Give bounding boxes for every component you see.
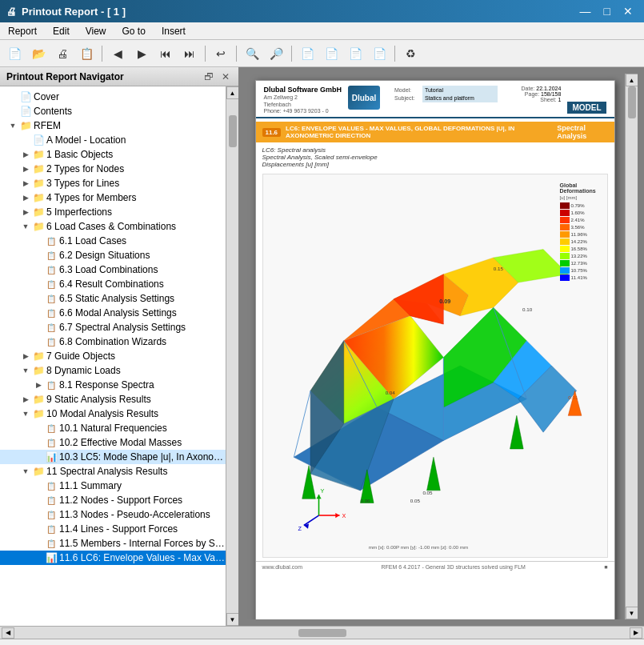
tree-item-cover[interactable]: 📄 Cover [0,90,226,104]
menu-report[interactable]: Report [0,22,45,39]
navigator-scrollbar[interactable]: ▲ ▼ [226,86,238,626]
legend-color-6 [560,246,570,252]
legend-row-9: 10.75% [560,267,604,274]
zoom-out-button[interactable]: 🔎 [265,43,287,64]
legend-unit: [u] [mm] [560,195,604,200]
page-icon-6-4: 📋 [45,278,58,290]
content-area[interactable]: Dlubal Software GmbH Am Zellweg 2Tiefenb… [240,67,644,626]
tree-item-10-2[interactable]: 📋 10.2 Effective Modal Masses [0,435,226,450]
menu-view[interactable]: View [78,22,114,39]
tree-item-6-3[interactable]: 📋 6.3 Load Combinations [0,262,226,277]
tree-item-10-3[interactable]: 📊 10.3 LC5: Mode Shape |u|, In Axonometr… [0,450,226,464]
label-types-nodes: 2 Types for Nodes [45,163,124,174]
tree-item-a-model[interactable]: 📄 A Model - Location [0,133,226,147]
tree-item-8-1[interactable]: ▶ 📋 8.1 Response Spectra [0,378,226,392]
tree-item-10-1[interactable]: 📋 10.1 Natural Frequencies [0,421,226,435]
tree-item-basic-objects[interactable]: ▶ 📁 1 Basic Objects [0,147,226,162]
scroll-thumb[interactable] [229,115,237,147]
label-cover: Cover [32,91,59,102]
page-btn-2[interactable]: 📄 [320,43,342,64]
nav-close-button[interactable]: ✕ [219,71,232,82]
right-scroll-thumb[interactable] [628,86,636,118]
chart-title: LC6: Spectral analysis [262,146,608,154]
tree-item-rfem[interactable]: ▼ 📁 RFEM [0,118,226,133]
tree-item-6-1[interactable]: 📋 6.1 Load Cases [0,234,226,248]
last-button[interactable]: ⏭ [178,43,201,64]
nav-restore-button[interactable]: 🗗 [202,71,216,82]
page-btn-1[interactable]: 📄 [296,43,318,64]
scroll-up-arrow[interactable]: ▲ [226,86,239,99]
tree-item-modal-results[interactable]: ▼ 📁 10 Modal Analysis Results [0,407,226,421]
tree-item-11-5[interactable]: 📋 11.5 Members - Internal Forces by Sect… [0,536,226,551]
tree-item-11-1[interactable]: 📋 11.1 Summary [0,479,226,493]
horizontal-scrollbar[interactable]: ◀ ▶ [0,626,644,639]
tree-item-dynamic-loads[interactable]: ▼ 📁 8 Dynamic Loads [0,363,226,378]
tree-item-11-3[interactable]: 📋 11.3 Nodes - Pseudo-Accelerations [0,507,226,522]
legend-color-10 [560,274,570,281]
tree-item-types-lines[interactable]: ▶ 📁 3 Types for Lines [0,176,226,190]
label-a-model: A Model - Location [45,134,126,146]
scroll-down-arrow[interactable]: ▼ [226,613,239,626]
tree-item-6-8[interactable]: 📋 6.8 Combination Wizards [0,335,226,349]
document-scroll-area[interactable]: Dlubal Software GmbH Am Zellweg 2Tiefenb… [246,74,623,619]
legend-val-3: 3.56% [571,225,585,230]
right-scroll-up[interactable]: ▲ [626,74,638,86]
tree-item-static-results[interactable]: ▶ 📁 9 Static Analysis Results [0,392,226,407]
back-button[interactable]: ↩ [210,43,232,64]
open-button[interactable]: 📂 [27,43,50,64]
refresh-button[interactable]: ♻ [399,43,422,64]
page-btn-3[interactable]: 📄 [344,43,366,64]
page-btn-4[interactable]: 📄 [368,43,390,64]
expand-contents [6,105,19,118]
first-button[interactable]: ⏮ [154,43,177,64]
tree-item-11-2[interactable]: 📋 11.2 Nodes - Support Forces [0,493,226,507]
folder-icon-basic-objects: 📁 [32,148,45,161]
menu-edit[interactable]: Edit [45,22,78,39]
next-button[interactable]: ▶ [130,43,153,64]
legend-row-1: 1.60% [560,210,604,216]
legend-row-7: 13.22% [560,253,604,259]
tree-item-11-6[interactable]: 📊 11.6 LC6: Envelope Values - Max Values… [0,551,226,565]
page-icon-10-3: 📊 [45,451,58,463]
separator-2 [205,46,206,62]
menu-goto[interactable]: Go to [114,22,154,39]
h-scroll-right[interactable]: ▶ [630,627,642,639]
page-icon-11-4: 📋 [45,523,58,535]
close-button[interactable]: ✕ [618,5,638,18]
tree-item-6-4[interactable]: 📋 6.4 Result Combinations [0,277,226,291]
right-scroll-down[interactable]: ▼ [626,607,638,619]
h-scroll-left[interactable]: ◀ [2,627,14,639]
zoom-in-button[interactable]: 🔍 [241,43,263,64]
tree-item-spectral-results[interactable]: ▼ 📁 11 Spectral Analysis Results [0,464,226,479]
prev-button[interactable]: ◀ [106,43,129,64]
tree-item-6-5[interactable]: 📋 6.5 Static Analysis Settings [0,291,226,306]
expand-6-5 [32,292,45,305]
copy-button[interactable]: 📋 [75,43,98,64]
navigator-header: Printout Report Navigator 🗗 ✕ [0,67,238,86]
tree-item-6-6[interactable]: 📋 6.6 Modal Analysis Settings [0,306,226,320]
new-button[interactable]: 📄 [3,43,26,64]
footer-icon: ■ [604,564,607,570]
maximize-button[interactable]: □ [599,5,615,18]
expand-cover [6,90,19,103]
menu-insert[interactable]: Insert [154,22,194,39]
tree-item-guide-objects[interactable]: ▶ 📁 7 Guide Objects [0,349,226,363]
tree-item-load-cases[interactable]: ▼ 📁 6 Load Cases & Combinations [0,219,226,234]
tree-item-contents[interactable]: 📄 Contents [0,104,226,118]
print-button[interactable]: 🖨 [51,43,74,64]
tree-item-imperfections[interactable]: ▶ 📁 5 Imperfections [0,205,226,219]
separator-5 [394,46,395,62]
h-scroll-thumb[interactable] [298,629,346,637]
tree-item-6-7[interactable]: 📋 6.7 Spectral Analysis Settings [0,320,226,335]
separator-1 [102,46,102,62]
tree-item-6-2[interactable]: 📋 6.2 Design Situations [0,248,226,262]
expand-10-3 [32,451,45,463]
tree-item-11-4[interactable]: 📋 11.4 Lines - Support Forces [0,522,226,536]
minimize-button[interactable]: — [575,5,596,18]
right-scrollbar[interactable]: ▲ ▼ [625,74,638,619]
label-10-2: 10.2 Effective Modal Masses [58,437,182,448]
label-types-members: 4 Types for Members [45,192,137,203]
tree-item-types-members[interactable]: ▶ 📁 4 Types for Members [0,190,226,205]
tree-item-types-nodes[interactable]: ▶ 📁 2 Types for Nodes [0,162,226,176]
legend-color-0 [560,202,570,209]
